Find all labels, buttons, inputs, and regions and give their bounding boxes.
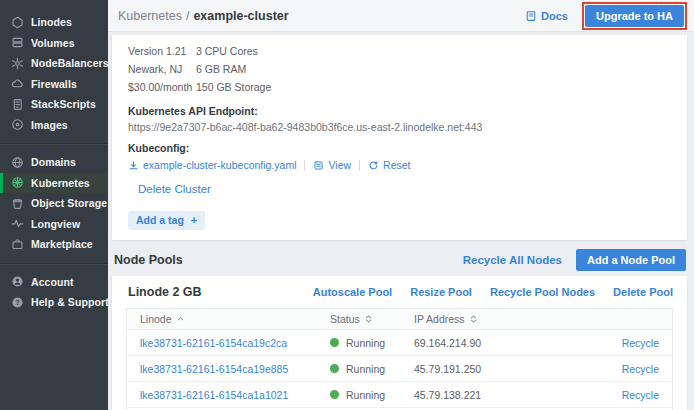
node-link[interactable]: lke38731-62161-6154ca19e885 [140, 363, 288, 375]
sidebar-item-label: Marketplace [31, 238, 93, 250]
status-badge: Running [330, 337, 401, 349]
object-storage-icon [11, 197, 24, 210]
node-link[interactable]: lke38731-62161-6154ca19c2ca [140, 337, 287, 349]
sort-both-icon [469, 314, 478, 324]
column-header-ip-address[interactable]: IP Address [401, 309, 551, 330]
node-pool-card: Linode 2 GB Autoscale Pool Resize Pool R… [112, 276, 687, 410]
firewalls-icon [11, 77, 24, 90]
spec-cpu: 3 CPU Cores [196, 42, 258, 60]
sidebar-item-firewalls[interactable]: Firewalls [0, 74, 108, 95]
status-badge: Running [330, 389, 401, 401]
sort-both-icon [364, 314, 373, 324]
kubeconfig-filename: example-cluster-kubeconfig.yaml [143, 159, 296, 171]
sidebar-item-help-support[interactable]: ? Help & Support [0, 292, 108, 313]
sidebar-item-object-storage[interactable]: Object Storage [0, 193, 108, 214]
stackscripts-icon [11, 98, 24, 111]
pool-header: Linode 2 GB Autoscale Pool Resize Pool R… [112, 285, 687, 299]
add-tag-label: Add a tag [136, 214, 184, 226]
add-node-pool-button[interactable]: Add a Node Pool [576, 249, 686, 271]
autoscale-pool-link[interactable]: Autoscale Pool [313, 286, 392, 298]
sidebar-item-domains[interactable]: Domains [0, 152, 108, 173]
kubernetes-icon [11, 176, 24, 189]
view-icon [313, 160, 324, 171]
upgrade-to-ha-button[interactable]: Upgrade to HA [585, 5, 684, 27]
node-pools-title: Node Pools [114, 253, 183, 267]
ip-address: 45.79.138.221 [414, 389, 481, 401]
sidebar: Linodes Volumes NodeBalancers Firewalls … [0, 0, 108, 410]
reset-icon [368, 160, 379, 171]
sidebar-item-label: Volumes [31, 37, 75, 49]
divider [304, 160, 305, 171]
delete-cluster-button[interactable]: Delete Cluster [138, 183, 211, 195]
header-actions: Docs Upgrade to HA [525, 2, 687, 30]
main-content: Kubernetes / example-cluster Docs Upgrad… [108, 0, 694, 410]
kubeconfig-view-link[interactable]: View [313, 159, 351, 171]
sort-asc-icon [176, 314, 185, 324]
status-dot-icon [330, 364, 339, 373]
help-icon: ? [11, 296, 24, 309]
spec-row: Newark, NJ 6 GB RAM [128, 60, 671, 78]
longview-icon [11, 217, 24, 230]
sidebar-item-kubernetes[interactable]: Kubernetes [0, 173, 108, 194]
sidebar-item-nodebalancers[interactable]: NodeBalancers [0, 53, 108, 74]
domains-icon [11, 156, 24, 169]
sidebar-item-label: StackScripts [31, 98, 96, 110]
column-label: Status [330, 313, 360, 325]
node-link[interactable]: lke38731-62161-6154ca1a1021 [140, 389, 288, 401]
spec-price: $30.00/month [128, 78, 196, 96]
sidebar-item-images[interactable]: Images [0, 115, 108, 136]
recycle-all-nodes-link[interactable]: Recycle All Nodes [463, 254, 562, 266]
sidebar-item-label: Images [31, 119, 68, 131]
spec-row: Version 1.21 3 CPU Cores [128, 42, 671, 60]
sidebar-item-label: Kubernetes [31, 177, 90, 189]
sidebar-item-stackscripts[interactable]: StackScripts [0, 94, 108, 115]
column-label: IP Address [414, 313, 465, 325]
status-label: Running [346, 363, 385, 375]
sidebar-item-label: Domains [31, 156, 76, 168]
table-row: lke38731-62161-6154ca19e885 Running 45.7… [127, 356, 672, 382]
breadcrumb-kubernetes-link[interactable]: Kubernetes [118, 9, 182, 23]
spec-row: $30.00/month 150 GB Storage [128, 78, 671, 96]
docs-link[interactable]: Docs [525, 10, 568, 22]
sidebar-item-longview[interactable]: Longview [0, 214, 108, 235]
tags-section: Add a tag + [128, 210, 671, 230]
kubeconfig-download-link[interactable]: example-cluster-kubeconfig.yaml [128, 159, 296, 171]
add-tag-button[interactable]: Add a tag + [128, 211, 205, 230]
sidebar-item-volumes[interactable]: Volumes [0, 33, 108, 54]
nodes-table: Linode Status IP Address [126, 308, 673, 410]
status-dot-icon [330, 390, 339, 399]
table-row: lke38731-62161-6154ca19c2ca Running 69.1… [127, 330, 672, 356]
pool-name: Linode 2 GB [128, 285, 202, 299]
status-label: Running [346, 337, 385, 349]
kubeconfig-reset-link[interactable]: Reset [368, 159, 410, 171]
delete-pool-link[interactable]: Delete Pool [613, 286, 673, 298]
column-label: Linode [140, 313, 172, 325]
sidebar-item-label: Longview [31, 218, 80, 230]
breadcrumb: Kubernetes / example-cluster [118, 9, 289, 23]
node-pools-header: Node Pools Recycle All Nodes Add a Node … [112, 249, 686, 271]
recycle-node-link[interactable]: Recycle [622, 389, 659, 401]
volumes-icon [11, 36, 24, 49]
api-endpoint-label: Kubernetes API Endpoint: [128, 105, 671, 117]
sidebar-item-account[interactable]: Account [0, 272, 108, 293]
sidebar-item-label: Account [31, 276, 74, 288]
recycle-node-link[interactable]: Recycle [622, 363, 659, 375]
sidebar-item-linodes[interactable]: Linodes [0, 12, 108, 33]
resize-pool-link[interactable]: Resize Pool [410, 286, 472, 298]
recycle-pool-nodes-link[interactable]: Recycle Pool Nodes [490, 286, 595, 298]
annotation-highlight: Upgrade to HA [582, 2, 687, 30]
spec-storage: 150 GB Storage [196, 78, 271, 96]
column-header-linode[interactable]: Linode [127, 309, 317, 330]
column-header-status[interactable]: Status [317, 309, 401, 330]
divider [359, 160, 360, 171]
column-header-actions [551, 309, 672, 330]
sidebar-item-marketplace[interactable]: Marketplace [0, 234, 108, 255]
breadcrumb-separator: / [186, 9, 189, 23]
ip-address: 45.79.191.250 [414, 363, 481, 375]
sidebar-item-label: Linodes [31, 16, 72, 28]
nodebalancers-icon [11, 57, 24, 70]
view-label: View [328, 159, 351, 171]
recycle-node-link[interactable]: Recycle [622, 337, 659, 349]
table-row: lke38731-62161-6154ca1a1021 Running 45.7… [127, 382, 672, 408]
marketplace-icon [11, 238, 24, 251]
